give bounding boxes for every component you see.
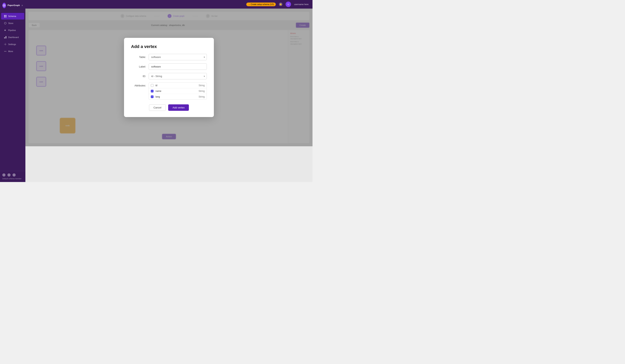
- attributes-table: id String name String lang String: [149, 83, 207, 100]
- attr-row-id: id String: [149, 83, 207, 88]
- sidebar-label-schema: Schema: [8, 15, 16, 17]
- sidebar-label-dashboard: Dashboard: [8, 36, 19, 38]
- sidebar-item-dashboard[interactable]: Dashboard: [1, 34, 24, 41]
- app-name: PaperGraph: [8, 4, 20, 7]
- sidebar-label-settings: Settings: [8, 43, 16, 45]
- svg-point-5: [4, 22, 6, 24]
- topnav-banner[interactable]: → Create setup schema (1/3): [246, 2, 276, 6]
- sidebar-nav: Schema Store Pipeline Dashboard Settings…: [0, 11, 25, 171]
- sidebar-label-store: Store: [8, 22, 13, 24]
- attr-row-lang: lang String: [149, 94, 207, 99]
- cancel-button[interactable]: Cancel: [149, 104, 166, 111]
- attr-type-lang: String: [199, 95, 205, 98]
- svg-point-8: [5, 44, 6, 45]
- attr-name-name: name: [156, 90, 197, 92]
- bottom-icon-3: [12, 173, 16, 176]
- notification-icon[interactable]: 🔔: [279, 2, 282, 6]
- attr-checkbox-lang[interactable]: [151, 95, 154, 98]
- svg-rect-6: [4, 37, 5, 38]
- label-input[interactable]: [149, 63, 207, 70]
- add-vertex-modal: Add a vertex Table: software ▾ Label:: [124, 38, 214, 117]
- svg-rect-2: [5, 15, 6, 16]
- table-select-wrapper: software ▾: [149, 54, 207, 60]
- sidebar-item-settings[interactable]: Settings: [1, 41, 24, 48]
- svg-point-9: [4, 51, 5, 52]
- attr-name-lang: lang: [156, 95, 197, 98]
- svg-point-10: [5, 51, 6, 52]
- label-row: Label:: [131, 63, 207, 70]
- sidebar-item-pipeline[interactable]: Pipeline: [1, 27, 24, 33]
- attr-name-id: id: [156, 84, 197, 87]
- svg-rect-4: [5, 16, 6, 17]
- label-label: Label:: [131, 65, 149, 68]
- id-select-wrapper: id - String ▾: [149, 73, 207, 79]
- sidebar: PaperGraph × Schema Store Pipeline Dashb…: [0, 0, 25, 182]
- id-select[interactable]: id - String: [149, 73, 207, 79]
- attr-checkbox-name[interactable]: [151, 90, 154, 92]
- modal-backdrop: Add a vertex Table: software ▾ Label:: [25, 9, 312, 146]
- user-avatar: U: [285, 1, 291, 7]
- attr-checkbox-id[interactable]: [151, 84, 154, 87]
- svg-rect-1: [4, 15, 5, 16]
- sidebar-logo: PaperGraph ×: [0, 0, 25, 11]
- bottom-icon-1: [2, 173, 5, 176]
- modal-title: Add a vertex: [131, 44, 207, 49]
- add-vertex-button[interactable]: Add vertex: [168, 104, 189, 111]
- attributes-label: Attributes:: [131, 83, 149, 87]
- svg-rect-3: [4, 16, 5, 17]
- topnav-username: username here: [294, 3, 309, 5]
- bottom-icon-2: [7, 173, 11, 176]
- sidebar-bottom-icons: [2, 173, 23, 176]
- modal-buttons: Cancel Add vertex: [131, 104, 207, 111]
- table-label: Table:: [131, 56, 149, 58]
- attr-row-name: name String: [149, 88, 207, 94]
- sidebar-bottom: Default schema member: [0, 171, 25, 182]
- table-select[interactable]: software: [149, 54, 207, 60]
- close-icon[interactable]: ×: [22, 4, 23, 7]
- sidebar-item-schema[interactable]: Schema: [1, 13, 24, 20]
- svg-point-11: [6, 51, 6, 52]
- content-area: 1 Configure data schema 2 Create graph 3…: [25, 9, 312, 146]
- sidebar-item-more[interactable]: More: [1, 48, 24, 55]
- sidebar-label-pipeline: Pipeline: [8, 29, 16, 31]
- sidebar-user-text: Default schema member: [2, 178, 23, 180]
- id-row: ID: id - String ▾: [131, 73, 207, 79]
- sidebar-label-more: More: [8, 50, 13, 53]
- id-label: ID:: [131, 75, 149, 78]
- svg-rect-7: [5, 36, 6, 38]
- table-row: Table: software ▾: [131, 54, 207, 60]
- app-logo-icon: [2, 3, 6, 8]
- sidebar-item-store[interactable]: Store: [1, 20, 24, 27]
- main-content: → Create setup schema (1/3) 🔔 U username…: [25, 0, 312, 182]
- attr-type-id: String: [199, 84, 205, 87]
- attributes-section: Attributes: id String name String: [131, 83, 207, 100]
- attr-type-name: String: [199, 90, 205, 92]
- topnav: → Create setup schema (1/3) 🔔 U username…: [25, 0, 312, 9]
